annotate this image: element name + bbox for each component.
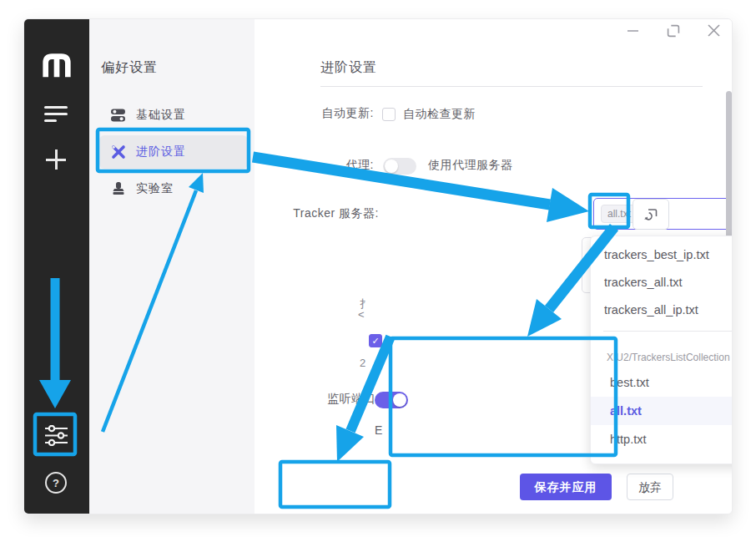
dropdown-option[interactable]: trackers_all_ip.txt [591,296,733,324]
proxy-label: 代理: [315,158,374,173]
dropdown-option[interactable]: trackers_best_ip.txt [591,241,733,269]
dropdown-group-divider [603,331,733,332]
help-icon[interactable]: ? [45,472,67,494]
tools-icon [111,144,126,160]
tracker-tag-label: all.txt [607,208,631,220]
dropdown-pointer [604,230,617,243]
nav-item-advanced-settings[interactable]: 进阶设置 [99,135,248,169]
dropdown-option[interactable]: best.txt [591,368,733,397]
dropdown-option[interactable]: http.txt [591,425,733,453]
proxy-toggle[interactable] [383,158,416,175]
preferences-title: 偏好设置 [101,59,226,77]
title-divider [320,86,703,87]
minimize-button[interactable] [627,30,638,32]
toggle-knob [385,160,398,173]
tracker-label: Tracker 服务器: [279,206,379,221]
nav-item-label: 进阶设置 [136,144,186,160]
app-sidebar: ? [24,19,89,514]
port-row-fragment: E [375,423,385,437]
listen-port-label: 监听端口 [294,392,375,407]
nav-item-basic-settings[interactable]: 基础设置 [99,99,248,132]
discard-button[interactable]: 放弃 [627,474,673,500]
sync-icon [643,208,658,221]
last-update-fragment: 2 [360,357,370,369]
motrix-logo [39,49,74,81]
page-title: 进阶设置 [320,59,377,77]
dropdown-option-selected[interactable]: all.txt [591,397,733,425]
nav-item-lab[interactable]: 实验室 [99,172,248,205]
task-list-icon[interactable] [44,106,69,123]
settings-sliders-icon[interactable] [45,425,68,446]
preferences-nav-panel: 偏好设置 基础设置 进阶设置 [89,19,255,514]
dropdown-option[interactable]: trackers_all.txt [591,269,733,296]
nav-item-label: 基础设置 [136,108,186,123]
add-task-icon[interactable] [46,149,66,170]
auto-update-checkbox-label: 自动检查更新 [403,107,476,122]
auto-sync-checkbox[interactable]: ✓ [369,334,382,347]
auto-update-label: 自动更新: [265,106,374,121]
close-button[interactable] [707,23,721,38]
help-text-fragment-2: < [358,308,370,321]
stamp-icon [111,181,126,196]
app-window: ? 偏好设置 基础设置 进阶设置 [23,18,733,514]
proxy-toggle-label: 使用代理服务器 [428,158,513,173]
toggle-knob [393,393,406,407]
screenshot-canvas: ? 偏好设置 基础设置 进阶设置 [0,0,756,537]
dropdown-group-label: XIU2/TrackersListCollection [607,352,730,363]
toggles-icon [111,108,126,123]
dropdown-option-label: all.txt [610,404,642,418]
listen-port-toggle[interactable] [375,392,408,408]
tracker-source-dropdown: trackers_best_ip.txt trackers_all.txt tr… [590,236,733,464]
sync-trackers-button[interactable] [633,199,669,230]
nav-item-label: 实验室 [136,181,174,196]
main-content: 进阶设置 自动更新: 自动检查更新 代理: 使用代理服务器 Tracker 服务… [255,19,733,514]
maximize-button[interactable] [667,24,680,38]
save-and-apply-button[interactable]: 保存并应用 [520,474,612,500]
auto-update-checkbox[interactable] [382,108,396,121]
